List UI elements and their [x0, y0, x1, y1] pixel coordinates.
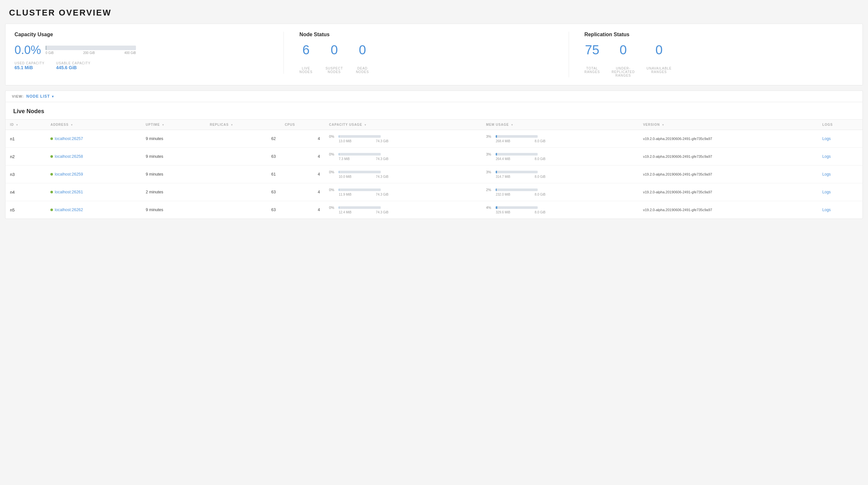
node-address-link-n4[interactable]: localhost:26261	[51, 190, 83, 194]
cell-mem-n3: 3% 314.7 MiB 8.0 GiB	[482, 166, 639, 183]
node-address-link-n1[interactable]: localhost:26257	[51, 137, 83, 141]
sort-icon-id: ▼	[16, 123, 19, 126]
live-nodes-count: 6	[302, 43, 309, 56]
cell-cpus-n1: 4	[280, 130, 324, 148]
unavailable-ranges-count: 0	[655, 43, 662, 56]
chevron-down-icon: ▼	[51, 95, 55, 98]
summary-card: Capacity Usage 0.0% 0 GiB 200 GiB 400 Gi…	[5, 24, 863, 85]
nodes-table: ID ▼ ADDRESS ▼ UPTIME ▼ REPLICAS ▼ CPUS …	[5, 120, 863, 219]
mem-bar-wrap-n4: 2% 232.0 MiB 8.0 GiB	[486, 188, 634, 196]
col-version[interactable]: VERSION ▼	[639, 120, 817, 130]
cell-capacity-n2: 0% 7.3 MiB 74.3 GiB	[324, 148, 482, 166]
capacity-bar-top-n1: 0%	[329, 135, 477, 138]
logs-link-n4[interactable]: Logs	[823, 190, 831, 194]
cell-capacity-n5: 0% 12.4 MiB 74.3 GiB	[324, 201, 482, 219]
view-select-dropdown[interactable]: NODE LIST ▼	[27, 94, 55, 98]
capacity-mini-bar-n1	[339, 135, 381, 138]
logs-link-n2[interactable]: Logs	[823, 154, 831, 159]
page-title: CLUSTER OVERVIEW	[0, 0, 868, 24]
cell-cpus-n3: 4	[280, 166, 324, 183]
sort-icon-mem: ▼	[511, 123, 514, 126]
cell-address-n5: localhost:26262	[46, 201, 141, 219]
capacity-mini-bar-n2	[339, 153, 381, 155]
mem-mini-bar-n2	[496, 153, 538, 155]
table-row: n5 localhost:26262 9 minutes 63 4 0% 12.…	[5, 201, 863, 219]
capacity-bar-wrap-n5: 0% 12.4 MiB 74.3 GiB	[329, 206, 477, 214]
cell-capacity-n1: 0% 13.0 MiB 74.3 GiB	[324, 130, 482, 148]
capacity-mini-bar-n3	[339, 171, 381, 173]
cell-replicas-n3: 61	[206, 166, 280, 183]
usable-capacity-value: 445.6 GiB	[56, 65, 77, 70]
dead-nodes-label: DEADNODES	[356, 66, 369, 74]
table-row: n1 localhost:26257 9 minutes 62 4 0% 13.…	[5, 130, 863, 148]
col-logs: LOGS	[818, 120, 863, 130]
suspect-nodes-block: 0 SUSPECTNODES	[326, 43, 343, 74]
logs-link-n1[interactable]: Logs	[823, 137, 831, 141]
col-id[interactable]: ID ▼	[5, 120, 46, 130]
col-cpus[interactable]: CPUS	[280, 120, 324, 130]
cell-address-n1: localhost:26257	[46, 130, 141, 148]
mem-bar-top-n3: 3%	[486, 170, 634, 174]
cell-version-n2: v19.2.0-alpha.20190606-2491-gfe735c9a97	[639, 148, 817, 166]
mem-bar-wrap-n2: 3% 264.4 MiB 8.0 GiB	[486, 152, 634, 161]
col-replicas[interactable]: REPLICAS ▼	[206, 120, 280, 130]
node-live-dot-n4	[51, 191, 53, 193]
cell-logs-n2: Logs	[818, 148, 863, 166]
cell-replicas-n5: 63	[206, 201, 280, 219]
cell-mem-n5: 4% 329.6 MiB 8.0 GiB	[482, 201, 639, 219]
view-select-text: NODE LIST	[27, 94, 50, 98]
node-live-dot-n5	[51, 208, 53, 211]
capacity-bar-wrap-n1: 0% 13.0 MiB 74.3 GiB	[329, 135, 477, 143]
capacity-usage-section: Capacity Usage 0.0% 0 GiB 200 GiB 400 Gi…	[14, 32, 283, 70]
mem-mini-bar-n5	[496, 206, 538, 209]
cell-id-n2: n2	[5, 148, 46, 166]
sort-icon-replicas: ▼	[230, 123, 234, 126]
cell-version-n5: v19.2.0-alpha.20190606-2491-gfe735c9a97	[639, 201, 817, 219]
cell-version-n3: v19.2.0-alpha.20190606-2491-gfe735c9a97	[639, 166, 817, 183]
cell-uptime-n3: 9 minutes	[141, 166, 205, 183]
dead-nodes-count: 0	[359, 43, 366, 56]
logs-link-n3[interactable]: Logs	[823, 172, 831, 176]
unavailable-ranges-label: UNAVAILABLERANGES	[647, 66, 672, 74]
col-address[interactable]: ADDRESS ▼	[46, 120, 141, 130]
node-address-link-n2[interactable]: localhost:26258	[51, 154, 83, 159]
node-address-link-n3[interactable]: localhost:26259	[51, 172, 83, 176]
suspect-nodes-label: SUSPECTNODES	[326, 66, 343, 74]
used-capacity: USED CAPACITY 65.1 MiB	[14, 61, 44, 70]
cell-mem-n4: 2% 232.0 MiB 8.0 GiB	[482, 183, 639, 201]
replication-numbers: 75 TOTALRANGES 0 UNDER-REPLICATEDRANGES …	[585, 43, 841, 77]
node-live-dot-n1	[51, 137, 53, 140]
cell-logs-n4: Logs	[818, 183, 863, 201]
mem-bar-wrap-n3: 3% 314.7 MiB 8.0 GiB	[486, 170, 634, 178]
cell-address-n2: localhost:26258	[46, 148, 141, 166]
replication-status-title: Replication Status	[585, 32, 841, 37]
capacity-bar	[45, 46, 136, 50]
sort-icon-uptime: ▼	[162, 123, 165, 126]
capacity-bar-ticks: 0 GiB 200 GiB 400 GiB	[45, 51, 136, 55]
live-nodes-title: Live Nodes	[5, 102, 863, 120]
col-uptime[interactable]: UPTIME ▼	[141, 120, 205, 130]
col-mem-usage[interactable]: MEM USAGE ▼	[482, 120, 639, 130]
node-address-link-n5[interactable]: localhost:26262	[51, 207, 83, 212]
table-row: n4 localhost:26261 2 minutes 63 4 0% 11.…	[5, 183, 863, 201]
node-live-dot-n2	[51, 155, 53, 158]
cell-uptime-n5: 9 minutes	[141, 201, 205, 219]
cell-id-n1: n1	[5, 130, 46, 148]
cell-id-n4: n4	[5, 183, 46, 201]
table-row: n2 localhost:26258 9 minutes 63 4 0% 7.3…	[5, 148, 863, 166]
cell-cpus-n4: 4	[280, 183, 324, 201]
mem-mini-bar-n1	[496, 135, 538, 138]
cell-logs-n1: Logs	[818, 130, 863, 148]
sort-icon-version: ▼	[662, 123, 664, 126]
total-ranges-label: TOTALRANGES	[585, 66, 600, 74]
logs-link-n5[interactable]: Logs	[823, 207, 831, 212]
node-status-numbers: 6 LIVENODES 0 SUSPECTNODES 0 DEADNODES	[299, 43, 555, 74]
col-capacity-usage[interactable]: CAPACITY USAGE ▼	[324, 120, 482, 130]
table-row: n3 localhost:26259 9 minutes 61 4 0% 10.…	[5, 166, 863, 183]
unavailable-ranges-block: 0 UNAVAILABLERANGES	[647, 43, 672, 74]
sort-icon-address: ▼	[70, 123, 73, 126]
view-label: VIEW:	[12, 94, 24, 98]
mem-bar-top-n4: 2%	[486, 188, 634, 192]
cell-cpus-n2: 4	[280, 148, 324, 166]
used-capacity-value: 65.1 MiB	[14, 65, 33, 70]
